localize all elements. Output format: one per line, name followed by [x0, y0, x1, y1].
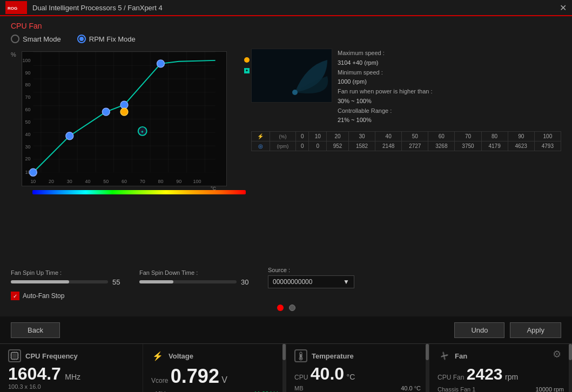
title-text: Dual Intelligent Processors 5 / FanXpert…	[32, 4, 163, 12]
page-dot-2[interactable]	[289, 305, 295, 311]
spin-down-slider-row: 30	[139, 278, 252, 286]
rpm-70: 3750	[455, 141, 481, 151]
rpm-0: 0	[295, 141, 308, 151]
svg-text:100: 100	[193, 179, 201, 184]
cpu-freq-sub: 100.3 x 16.0	[8, 383, 134, 390]
cpu-freq-unit: MHz	[65, 373, 80, 381]
back-button[interactable]: Back	[11, 322, 60, 338]
svg-text:ROG: ROG	[8, 6, 17, 11]
spin-up-value: 55	[112, 278, 123, 286]
undo-button[interactable]: Undo	[454, 322, 504, 338]
spin-down-control: Fan Spin Down Time : 30	[139, 269, 252, 286]
page-dot-1[interactable]	[277, 305, 284, 311]
rpm-100: 4793	[534, 141, 561, 151]
voltage-title: Voltage	[169, 352, 193, 360]
spin-down-slider[interactable]	[139, 280, 237, 283]
temp-header: Temperature	[294, 349, 421, 362]
fan-rows: Chassis Fan 1 10000 rpm VGA Card Model N…	[438, 386, 564, 392]
svg-text:10: 10	[30, 179, 36, 184]
apply-button[interactable]: Apply	[510, 322, 561, 338]
svg-point-27	[157, 60, 165, 67]
percent-row: ⚡ (%) 0 10 20 30 40 50 60 70 80 90 100	[252, 132, 561, 141]
spin-up-fill	[11, 280, 69, 283]
max-speed-label: Maximum speed :	[338, 49, 561, 58]
svg-point-50	[300, 358, 302, 360]
action-bar: Back Undo Apply	[0, 316, 572, 343]
svg-text:20: 20	[25, 156, 30, 161]
fan-scroll-thumb	[569, 344, 572, 360]
svg-text:✦: ✦	[140, 130, 144, 134]
voltage-panel: ⚡ Voltage Vcore 0.792 V +12V 11.904 V +5…	[143, 344, 286, 392]
vcore-label: Vcore	[151, 377, 168, 384]
voltage-main: Vcore 0.792 V	[151, 365, 278, 388]
pct-20: 20	[327, 132, 349, 141]
spin-up-slider[interactable]	[11, 280, 108, 283]
pct-10: 10	[309, 132, 327, 141]
smart-mode-radio[interactable]	[11, 35, 19, 43]
pct-60: 60	[428, 132, 455, 141]
auto-fan-stop-checkbox[interactable]: ✓	[11, 292, 19, 300]
svg-rect-34	[12, 354, 17, 358]
right-panel: Maximum speed : 3104 +40 (rpm) Minimum s…	[251, 49, 561, 262]
svg-text:60: 60	[25, 107, 30, 112]
voltage-scroll-thumb	[282, 344, 286, 360]
min-speed-label: Minimum speed :	[338, 68, 561, 78]
cpu-fan-stat-label: CPU Fan	[438, 374, 464, 381]
rpm-fix-mode-option[interactable]: RPM Fix Mode	[77, 35, 136, 43]
svg-text:80: 80	[25, 82, 30, 87]
svg-point-32	[292, 90, 298, 95]
fan-icon	[438, 349, 450, 362]
main-content: CPU Fan Smart Mode RPM Fix Mode %	[0, 16, 572, 316]
source-dropdown[interactable]: 00000000000 ▼	[268, 275, 354, 288]
temp-rows: MB 40.0 °C VGA Card Model Name 01 40.0 °…	[294, 385, 421, 392]
pct-70: 70	[455, 132, 481, 141]
pct-40: 40	[375, 132, 402, 141]
rpm-fix-mode-label: RPM Fix Mode	[89, 35, 136, 43]
voltage-icon: ⚡	[151, 349, 164, 362]
cpu-icon	[8, 349, 21, 362]
mb-label: MB	[294, 385, 304, 391]
spin-down-fill	[139, 280, 173, 283]
voltage-scroll	[282, 344, 286, 392]
temp-main: CPU 40.0 °C	[294, 365, 421, 382]
chassis-fan1-label: Chassis Fan 1	[438, 386, 475, 392]
chassis-fan1-row: Chassis Fan 1 10000 rpm	[438, 386, 564, 392]
svg-text:50: 50	[25, 119, 30, 125]
voltage-unit: V	[221, 375, 227, 384]
cpu-freq-panel: CPU Frequency 1604.7 MHz 100.3 x 16.0 GP…	[0, 344, 143, 392]
smart-mode-option[interactable]: Smart Mode	[11, 35, 61, 43]
gear-icon[interactable]: ⚙	[553, 348, 561, 360]
svg-text:40: 40	[25, 132, 30, 137]
cpu-fan-label: CPU Fan	[11, 22, 561, 30]
fan-chart[interactable]: 10 20 30 40 50 60 70 80 90 100 10 20 30	[22, 51, 227, 186]
fan-rpm-unit: rpm	[505, 373, 518, 381]
svg-text:70: 70	[25, 94, 30, 100]
fan-spin-icon	[439, 350, 449, 361]
fan-rpm-value: 2423	[467, 365, 503, 383]
pct-30: 30	[348, 132, 375, 141]
cpu-temp-label: CPU	[294, 374, 308, 381]
svg-text:30: 30	[67, 179, 72, 184]
lightning-icon-cell: ⚡	[252, 132, 270, 141]
svg-text:50: 50	[103, 179, 109, 184]
pct-80: 80	[481, 132, 508, 141]
fan-run-value: 30% ~ 100%	[338, 98, 561, 104]
svg-point-23	[29, 168, 37, 176]
rpm-label-cell: (rpm)	[270, 141, 295, 151]
source-value: 00000000000	[273, 278, 312, 286]
rpm-fix-mode-radio[interactable]	[77, 35, 86, 43]
rpm-80: 4179	[481, 141, 508, 151]
percent-label-cell: (%)	[270, 132, 295, 141]
cpu-temp-value: 40.0	[311, 364, 344, 383]
content-row: % 10 20 30 40	[11, 49, 561, 262]
rpm-table: ⚡ (%) 0 10 20 30 40 50 60 70 80 90 100	[251, 131, 561, 151]
rpm-90: 4623	[508, 141, 534, 151]
cpu-freq-title: CPU Frequency	[25, 352, 78, 360]
rpm-row: ◎ (rpm) 0 0 952 1582 2148 2727 3268 3750…	[252, 141, 561, 151]
top-info-row: Maximum speed : 3104 +40 (rpm) Minimum s…	[251, 49, 561, 123]
controllable-label: Controllable Range :	[338, 106, 561, 116]
mb-value: 40.0 °C	[401, 385, 421, 391]
rpm-40: 2148	[375, 141, 402, 151]
temp-icon	[294, 349, 307, 362]
close-button[interactable]: ✕	[560, 3, 567, 13]
